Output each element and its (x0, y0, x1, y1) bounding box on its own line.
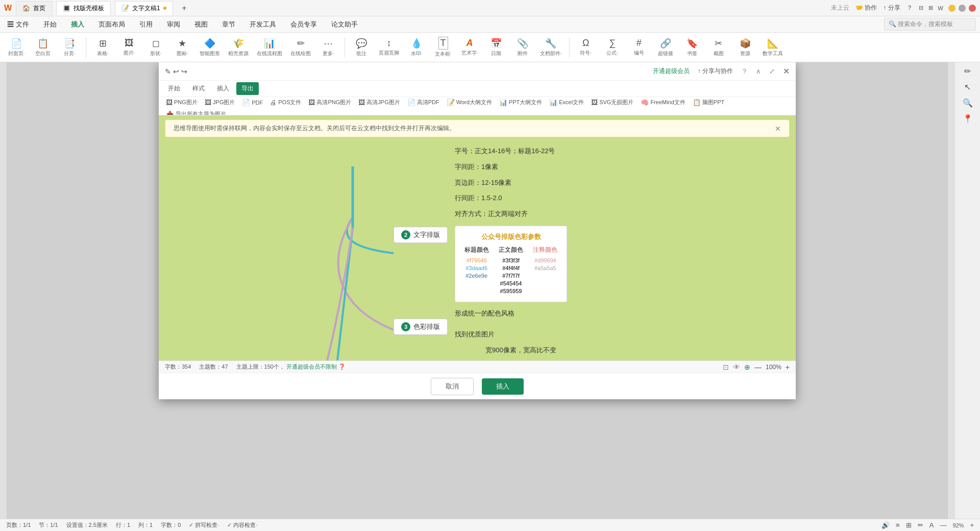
menu-thesis[interactable]: 论文助手 (328, 19, 361, 30)
fit-view-btn[interactable]: ⊡ (723, 363, 729, 371)
export-hd-pdf[interactable]: 📄 高清PDF (404, 97, 443, 108)
close-btn[interactable] (969, 5, 976, 12)
status-content-check[interactable]: ✓ 内容检查· (227, 521, 257, 529)
toolbar-icon[interactable]: ★图标· (170, 36, 194, 59)
modal-close-btn[interactable]: ✕ (783, 67, 790, 76)
toolbar-bookmark[interactable]: 🔖书签 (680, 36, 704, 59)
right-edit-icon[interactable]: ✏ (964, 66, 971, 76)
modal-tab-export[interactable]: 导出 (236, 82, 259, 95)
right-cursor-icon[interactable]: ↖ (964, 82, 971, 92)
toolbar-shape[interactable]: ◻形状· (143, 36, 168, 59)
zoom-in-btn[interactable]: + (786, 363, 790, 371)
toolbar-wordart[interactable]: A艺术字· (457, 36, 482, 59)
export-word[interactable]: 📝 Word大纲文件 (444, 97, 495, 108)
toolbar-symbol[interactable]: Ω符号· (574, 36, 598, 59)
menu-start[interactable]: 开始 (40, 19, 60, 30)
zoom-in-app[interactable]: + (970, 521, 974, 529)
toolbar-flowchart[interactable]: 📊在线流程图 (254, 36, 285, 59)
modal-undo-btn[interactable]: ↩ (173, 67, 179, 76)
alert-close-btn[interactable]: ✕ (775, 125, 781, 133)
toolbar-table[interactable]: ⊞表格· (90, 36, 115, 59)
toolbar-screenshot[interactable]: ✂截图 (706, 36, 731, 59)
export-brainppt[interactable]: 📋 脑图PPT (690, 97, 727, 108)
preview-btn[interactable]: 👁 (733, 363, 740, 371)
insert-button[interactable]: 插入 (482, 378, 524, 395)
zoom-out-btn[interactable]: — (754, 363, 762, 371)
layout-btn[interactable]: ⊟ (919, 5, 923, 11)
status-view-icon1[interactable]: 🔊 (881, 521, 890, 529)
right-location-icon[interactable]: 📍 (963, 114, 973, 124)
toolbar-textbox[interactable]: T文本框· (431, 35, 455, 60)
export-pos[interactable]: 🖨 POS文件 (267, 97, 304, 108)
status-view-icon5[interactable]: A (929, 521, 934, 529)
cancel-button[interactable]: 取消 (431, 378, 474, 395)
toolbar-headerfooter[interactable]: ↕页眉页脚 (376, 36, 402, 59)
modal-tab-insert[interactable]: 插入 (212, 82, 234, 95)
search-input[interactable]: 🔍 搜索命令，搜索模板 (884, 18, 976, 31)
toolbar-mathtools[interactable]: 📐数学工具 (760, 36, 786, 59)
export-hd-png[interactable]: 🖼 高清PNG图片 (305, 97, 354, 108)
wps-btn[interactable]: W (938, 5, 943, 11)
menu-dev[interactable]: 开发工具 (247, 19, 279, 30)
status-spell[interactable]: ✓ 拼写检查· (189, 521, 219, 529)
modal-collapse-btn[interactable]: ∧ (756, 67, 761, 75)
tab-home[interactable]: 🏠 首页 (16, 1, 52, 15)
menu-ref[interactable]: 引用 (136, 19, 156, 30)
toolbar-formula[interactable]: ∑公式· (600, 36, 625, 59)
toolbar-watermark[interactable]: 💧水印· (404, 36, 429, 59)
toolbar-blank[interactable]: 📋空白页 (31, 36, 55, 59)
toolbar-attachment[interactable]: 📎附件 (510, 36, 535, 59)
modal-help-btn[interactable]: ？ (741, 67, 748, 76)
export-png[interactable]: 🖼 PNG图片 (163, 97, 201, 108)
help-btn[interactable]: ？ (906, 4, 913, 12)
toolbar-number[interactable]: #编号 (627, 36, 651, 59)
toolbar-more[interactable]: ⋯更多· (316, 36, 340, 59)
menu-insert[interactable]: 插入 (68, 19, 87, 30)
modal-share-btn[interactable]: ↑ 分享与协作 (698, 67, 733, 76)
toolbar-date[interactable]: 📅日期 (484, 36, 508, 59)
toolbar-image[interactable]: 🖼图片· (117, 36, 141, 59)
toolbar-drawing[interactable]: ✏在线绘图 (287, 36, 314, 59)
zoom-reset-btn[interactable]: ⊕ (744, 363, 750, 371)
color-layout-node[interactable]: 3 色彩排版 (394, 319, 448, 335)
minimize-btn[interactable] (948, 5, 955, 12)
menu-layout[interactable]: 页面布局 (95, 19, 128, 30)
status-view-icon4[interactable]: ✏ (918, 521, 923, 529)
export-jpg[interactable]: 🖼 JPG图片 (202, 97, 238, 108)
menu-chapter[interactable]: 章节 (219, 19, 238, 30)
toolbar-pagebreak[interactable]: 📑分页· (57, 36, 82, 59)
export-excel[interactable]: 📊 Excel文件 (546, 97, 587, 108)
menu-view[interactable]: 视图 (191, 19, 211, 30)
tab-template[interactable]: 🔳 找版壳模板 (56, 1, 111, 15)
toolbar-cover[interactable]: 📄封面页· (4, 36, 29, 59)
export-ppt[interactable]: 📊 PPT大纲文件 (496, 97, 545, 108)
menu-review[interactable]: 审阅 (164, 19, 183, 30)
modal-tab-style[interactable]: 样式 (187, 82, 210, 95)
share-btn[interactable]: ↑ 分享 (883, 4, 900, 12)
export-svg[interactable]: 🖼 SVG无损图片 (588, 97, 636, 108)
status-view-icon3[interactable]: ⊞ (906, 521, 912, 529)
right-zoom-icon[interactable]: 🔍 (963, 98, 973, 108)
modal-expand-btn[interactable]: ⤢ (769, 67, 775, 75)
toolbar-smartshape[interactable]: 🔷智能图形 (197, 36, 223, 59)
menu-member[interactable]: 会员专享 (287, 19, 320, 30)
menu-file[interactable]: ☰ 文件 (4, 19, 32, 30)
toolbar-comment[interactable]: 💬批注 (349, 36, 374, 59)
export-hd-jpg[interactable]: 🖼 高清JPG图片 (355, 97, 403, 108)
maximize-btn[interactable] (959, 5, 966, 12)
toolbar-assets[interactable]: 📦资源 (733, 36, 757, 59)
toolbar-docparts[interactable]: 🔧文档部件· (537, 36, 565, 59)
help-icon[interactable]: ❓ (338, 364, 346, 370)
status-view-icon2[interactable]: ≡ (896, 521, 900, 529)
modal-tab-start[interactable]: 开始 (163, 82, 185, 95)
modal-redo-btn[interactable]: ↪ (181, 67, 187, 76)
toolbar-hyperlink[interactable]: 🔗超链接 (653, 36, 678, 59)
add-tab-button[interactable]: + (177, 1, 191, 15)
export-pdf[interactable]: 📄 PDF (239, 97, 266, 108)
toolbar-resource[interactable]: 🌾稻壳资源 (225, 36, 252, 59)
export-freemind[interactable]: 🧠 FreeMind文件 (638, 97, 688, 108)
modal-premium-btn[interactable]: 开通超级会员 (653, 67, 690, 76)
premium-link[interactable]: 开通超级会员不限制 (286, 364, 337, 370)
grid-btn[interactable]: ⊞ (928, 5, 933, 11)
export-all-images[interactable]: 📤 导出所有主题为图片 (163, 109, 229, 115)
